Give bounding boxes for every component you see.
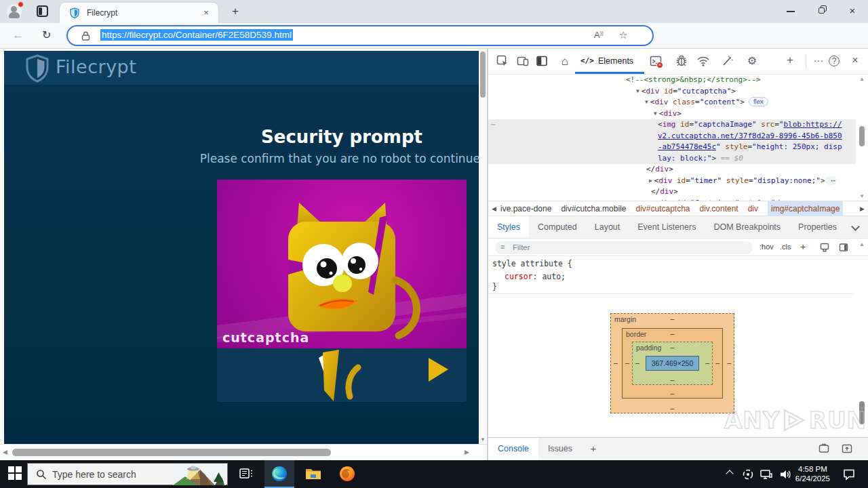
- taskbar-firefox-icon[interactable]: [332, 460, 362, 488]
- network-conditions-icon[interactable]: [696, 54, 711, 69]
- tab-styles[interactable]: Styles: [488, 216, 529, 238]
- application-gear-icon[interactable]: ⚙: [745, 54, 760, 69]
- breadcrumb-item[interactable]: div#cutcaptcha: [635, 201, 690, 216]
- close-window-button[interactable]: ×: [837, 0, 868, 22]
- border-left-value[interactable]: –: [625, 359, 629, 367]
- border-right-value[interactable]: –: [715, 359, 719, 367]
- tray-expand-icon[interactable]: [726, 470, 733, 477]
- address-bar[interactable]: https://filecrypt.co/Container/6F2E58D53…: [66, 25, 654, 46]
- code-line[interactable]: ▼<div class="content">flex: [488, 97, 856, 108]
- code-line[interactable]: ⋯<img id="captchaImage" src="blob:https:…: [488, 119, 856, 131]
- page-horizontal-scrollbar[interactable]: ◀ ▶: [0, 444, 487, 460]
- profile-avatar[interactable]: [7, 4, 22, 19]
- rendering-brush-icon[interactable]: [819, 242, 830, 256]
- overflow-chevron-icon[interactable]: [851, 222, 860, 231]
- tab-event-listeners[interactable]: Event Listeners: [629, 216, 705, 238]
- box-model-content[interactable]: 367.469×250: [646, 356, 699, 371]
- console-sidebar-icon[interactable]: [818, 443, 830, 458]
- code-line[interactable]: </div>: [488, 164, 856, 176]
- help-icon[interactable]: ?: [829, 56, 840, 66]
- taskbar-search-box[interactable]: Type here to search: [27, 463, 228, 485]
- drawer-tab-issues[interactable]: Issues: [538, 438, 582, 460]
- scroll-right-icon[interactable]: ▶: [465, 449, 469, 455]
- new-style-rule-button[interactable]: +: [800, 241, 806, 252]
- border-top-value[interactable]: –: [671, 329, 675, 338]
- read-aloud-icon[interactable]: A)): [594, 30, 604, 40]
- back-button[interactable]: ←: [12, 28, 24, 42]
- code-line[interactable]: ▶<div id="timer" style="display:none;"> …: [488, 176, 856, 187]
- performance-wand-icon[interactable]: [720, 54, 735, 69]
- more-tools-plus-icon[interactable]: +: [783, 54, 797, 68]
- dock-side-icon[interactable]: [534, 54, 549, 69]
- inspect-element-icon[interactable]: [495, 54, 510, 69]
- tab-close-icon[interactable]: ×: [201, 7, 212, 18]
- minimize-button[interactable]: [775, 0, 806, 22]
- code-line[interactable]: <!--<strong>&nbsp;</strong>-->: [488, 75, 856, 86]
- breadcrumb-item[interactable]: div#cutcha.mobile: [561, 201, 626, 216]
- task-view-icon[interactable]: [239, 466, 254, 481]
- margin-bottom-value[interactable]: –: [671, 404, 675, 412]
- scroll-down-icon[interactable]: ▼: [479, 436, 487, 443]
- flex-badge[interactable]: flex: [749, 97, 768, 106]
- taskbar-file-explorer-icon[interactable]: [298, 460, 328, 488]
- margin-left-value[interactable]: –: [614, 359, 618, 367]
- new-tab-button[interactable]: +: [229, 5, 241, 18]
- styles-filter-input[interactable]: ≡ Filter: [495, 241, 753, 254]
- expand-drawer-icon[interactable]: [841, 443, 853, 458]
- line-more-actions-icon[interactable]: ⋯: [491, 119, 495, 131]
- padding-right-value[interactable]: –: [705, 359, 709, 367]
- breadcrumb-item[interactable]: ive.pace-done: [500, 201, 551, 216]
- crumb-scroll-left-icon[interactable]: ◀: [492, 205, 496, 212]
- tray-agent-icon[interactable]: [742, 468, 754, 483]
- toggle-hover-state[interactable]: :hov: [760, 243, 774, 251]
- margin-right-value[interactable]: –: [727, 359, 731, 367]
- crumb-scroll-right-icon[interactable]: ▶: [860, 205, 865, 212]
- padding-top-value[interactable]: –: [671, 343, 675, 351]
- styles-scroll-down-icon[interactable]: ▼: [856, 405, 868, 411]
- box-model-border[interactable]: border – – – – padding – – – – 367.469×2…: [622, 328, 723, 399]
- margin-top-value[interactable]: –: [671, 314, 675, 323]
- start-button[interactable]: [8, 466, 23, 481]
- action-center-icon[interactable]: [842, 468, 856, 483]
- add-drawer-tab-button[interactable]: +: [585, 443, 601, 454]
- issues-bug-icon[interactable]: [674, 54, 689, 69]
- border-bottom-value[interactable]: –: [671, 389, 675, 397]
- hscroll-thumb[interactable]: [12, 449, 331, 456]
- style-rule-block[interactable]: style attribute { cursor: auto; }: [488, 256, 856, 294]
- close-devtools-icon[interactable]: ×: [848, 54, 863, 69]
- taskbar-clock[interactable]: 4:58 PM 6/24/2025: [795, 464, 830, 483]
- console-drawer-icon[interactable]: ×: [648, 54, 663, 69]
- taskbar-edge-icon[interactable]: [264, 460, 294, 488]
- favorite-star-icon[interactable]: ☆: [619, 29, 628, 41]
- tree-scroll-down-icon[interactable]: ▼: [856, 193, 868, 199]
- page-vertical-scrollbar[interactable]: ▼: [479, 49, 487, 444]
- code-line[interactable]: -ab754478e45c" style="height: 250px; dis…: [488, 142, 856, 153]
- toggle-element-classes[interactable]: .cls: [780, 243, 791, 251]
- breadcrumb-item[interactable]: img#captchaImage: [768, 201, 843, 216]
- device-toolbar-icon[interactable]: [515, 54, 530, 69]
- styles-scroll-up-icon[interactable]: ▲: [856, 241, 868, 247]
- code-line[interactable]: v2.cutcaptcha.net/37f8d2a9-8996-45b6-b85…: [488, 131, 856, 142]
- code-line[interactable]: </div>: [488, 186, 856, 198]
- home-icon[interactable]: ⌂: [557, 55, 572, 70]
- computed-panel-icon[interactable]: [838, 242, 849, 256]
- code-line[interactable]: ▼<div id="cutcaptcha">: [488, 86, 856, 98]
- tab-computed[interactable]: Computed: [529, 216, 586, 238]
- customize-devtools-icon[interactable]: …: [811, 52, 826, 67]
- drawer-tab-console[interactable]: Console: [488, 438, 538, 460]
- tree-scrollbar[interactable]: ▲ ▼: [856, 75, 868, 201]
- scroll-left-icon[interactable]: ◀: [3, 449, 7, 455]
- padding-bottom-value[interactable]: –: [671, 375, 675, 384]
- captcha-image[interactable]: cutcaptcha: [217, 180, 467, 348]
- breadcrumb-item[interactable]: div.content: [700, 201, 738, 216]
- tab-properties[interactable]: Properties: [789, 216, 846, 238]
- code-line[interactable]: ▼<div>: [488, 108, 856, 120]
- tab-dom-breakpoints[interactable]: DOM Breakpoints: [705, 216, 789, 238]
- lock-icon[interactable]: [81, 31, 90, 43]
- box-model-padding[interactable]: padding – – – – 367.469×250: [632, 342, 713, 385]
- volume-icon[interactable]: [778, 468, 792, 483]
- tree-scroll-up-icon[interactable]: ▲: [856, 76, 868, 82]
- tree-scroll-thumb[interactable]: [859, 126, 865, 146]
- styles-scrollbar[interactable]: ▲ ▼: [856, 239, 868, 437]
- network-icon[interactable]: [760, 468, 773, 483]
